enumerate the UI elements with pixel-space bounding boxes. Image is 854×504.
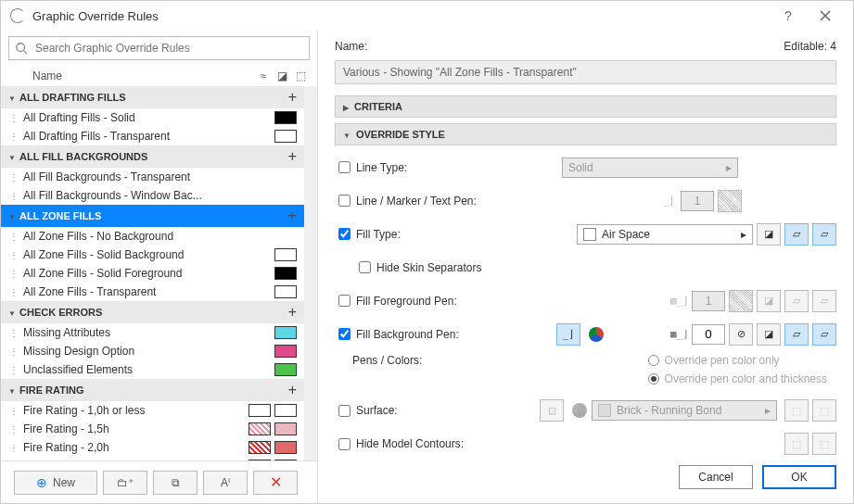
new-button[interactable]: ⊕ New: [14, 471, 97, 495]
tree-group[interactable]: ALL FILL BACKGROUNDS+: [1, 145, 304, 168]
filltype-label: Fill Type:: [356, 228, 523, 241]
fill-swatch: [583, 228, 596, 241]
surface-checkbox[interactable]: [338, 405, 351, 417]
fillfg-label: Fill Foreground Pen:: [356, 295, 523, 308]
grip-icon[interactable]: ⋮: [8, 191, 19, 201]
tree-group[interactable]: ALL ZONE FILLS+: [1, 205, 304, 227]
surface-dropdown: Brick - Running Bond ▸: [592, 400, 777, 421]
hidemodel-opt1: ⬚: [784, 433, 809, 455]
grip-icon[interactable]: ⋮: [8, 406, 19, 416]
rename-button[interactable]: Aᴵ: [203, 471, 248, 495]
help-button[interactable]: ?: [770, 1, 807, 31]
delete-icon: ✕: [270, 473, 282, 491]
tree-item[interactable]: ⋮All Drafting Fills - Solid: [1, 108, 304, 127]
hidemodel-checkbox[interactable]: [338, 438, 351, 450]
grip-icon[interactable]: ⋮: [8, 346, 19, 357]
tree-item[interactable]: ⋮Unclassified Elements: [1, 360, 304, 379]
ok-button[interactable]: OK: [762, 465, 836, 489]
tree-item[interactable]: ⋮Fire Rating - 2,0h: [1, 438, 304, 457]
tree-item[interactable]: ⋮Missing Design Option: [1, 342, 304, 360]
tree-scrollbar[interactable]: [304, 86, 317, 460]
tree-item[interactable]: ⋮All Fill Backgrounds - Transparent: [1, 168, 304, 186]
criteria-section-header[interactable]: CRITERIA: [335, 95, 836, 118]
tree-item[interactable]: ⋮Fire Rating - 1,0h or less: [1, 401, 304, 420]
fillbg-opt1[interactable]: ◪: [757, 323, 781, 346]
search-input[interactable]: [33, 41, 303, 56]
fillfg-opt1: ◪: [757, 290, 781, 312]
column-fill-icon[interactable]: ◪: [273, 69, 291, 82]
filltype-opt2[interactable]: ▱: [784, 223, 809, 246]
grip-icon[interactable]: ⋮: [8, 250, 19, 260]
grip-icon[interactable]: ⋮: [8, 172, 19, 183]
color-wheel-icon[interactable]: [584, 323, 608, 346]
linetype-checkbox[interactable]: [338, 161, 351, 173]
fillbg-opt2[interactable]: ▱: [784, 323, 809, 346]
grip-icon[interactable]: ⋮: [8, 269, 19, 279]
tree-item[interactable]: ⋮All Zone Fills - Solid Foreground: [1, 264, 304, 283]
linetype-dropdown: Solid ▸: [562, 158, 738, 178]
fillbg-transparent-button[interactable]: ⊘: [729, 323, 753, 346]
tree-item[interactable]: ⋮All Zone Fills - No Background: [1, 227, 304, 246]
fillfg-pattern: [729, 290, 753, 312]
override-section-header[interactable]: OVERRIDE STYLE: [335, 123, 836, 145]
close-button[interactable]: [807, 1, 844, 31]
window-title: Graphic Override Rules: [32, 9, 770, 23]
folder-plus-icon: 🗀⁺: [117, 476, 134, 489]
grip-icon[interactable]: ⋮: [8, 365, 19, 375]
hidemodel-opt2: ⬚: [812, 433, 836, 455]
rename-icon: Aᴵ: [221, 476, 230, 489]
add-item-icon[interactable]: +: [288, 304, 297, 321]
linepen-checkbox[interactable]: [338, 195, 351, 207]
list-header: Name ≈ ◪ ⬚: [1, 66, 317, 86]
tree-item[interactable]: ⋮Missing Attributes: [1, 323, 304, 342]
filltype-dropdown[interactable]: Air Space ▸: [577, 224, 753, 245]
grip-icon[interactable]: ⋮: [8, 443, 19, 453]
filltype-checkbox[interactable]: [338, 228, 351, 240]
plus-icon: ⊕: [36, 475, 47, 490]
surface-opt2: ⬚: [812, 399, 836, 422]
tree-item[interactable]: ⋮All Drafting Fills - Transparent: [1, 127, 304, 145]
grip-icon[interactable]: ⋮: [8, 328, 19, 338]
editable-count: Editable: 4: [784, 40, 836, 53]
column-linetype-icon[interactable]: ≈: [254, 69, 273, 82]
rule-tree[interactable]: ALL DRAFTING FILLS+⋮All Drafting Fills -…: [1, 86, 304, 460]
tree-group[interactable]: ALL DRAFTING FILLS+: [1, 86, 304, 108]
tree-group[interactable]: FIRE RATING+: [1, 379, 304, 401]
fillbg-checkbox[interactable]: [338, 328, 351, 340]
grip-icon[interactable]: ⋮: [8, 287, 19, 297]
column-surface-icon[interactable]: ⬚: [291, 69, 310, 82]
linepen-value: 1: [681, 191, 714, 211]
fillfg-value: 1: [692, 291, 725, 311]
add-item-icon[interactable]: +: [288, 89, 297, 106]
grip-icon[interactable]: ⋮: [8, 132, 19, 142]
add-item-icon[interactable]: +: [288, 382, 297, 398]
grip-icon[interactable]: ⋮: [8, 232, 19, 242]
grip-icon[interactable]: ⋮: [8, 424, 19, 435]
add-item-icon[interactable]: +: [288, 208, 297, 224]
fillfg-checkbox[interactable]: [338, 295, 351, 307]
grip-icon[interactable]: ⋮: [8, 113, 19, 123]
tree-group[interactable]: CHECK ERRORS+: [1, 301, 304, 323]
tree-item[interactable]: ⋮All Fill Backgrounds - Window Bac...: [1, 186, 304, 205]
filltype-opt1[interactable]: ◪: [757, 223, 781, 246]
search-box[interactable]: [8, 36, 310, 60]
duplicate-icon: ⧉: [172, 476, 180, 489]
tree-item[interactable]: ⋮All Zone Fills - Transparent: [1, 283, 304, 301]
tree-item[interactable]: ⋮Fire Rating - 1,5h: [1, 420, 304, 438]
add-item-icon[interactable]: +: [288, 148, 297, 165]
caret-down-icon: [8, 384, 19, 396]
delete-button[interactable]: ✕: [253, 471, 298, 495]
fillbg-value[interactable]: [692, 324, 725, 345]
filltype-opt3[interactable]: ▱: [812, 223, 836, 246]
close-icon: [820, 10, 831, 21]
penscolors-label: Pens / Colors:: [352, 354, 519, 367]
column-name[interactable]: Name: [32, 69, 254, 82]
hideskin-checkbox[interactable]: [359, 261, 371, 273]
tree-item[interactable]: ⋮All Zone Fills - Solid Background: [1, 246, 304, 264]
fillbg-opt3[interactable]: ▱: [812, 323, 836, 346]
new-button-label: New: [53, 476, 75, 489]
cancel-button[interactable]: Cancel: [679, 465, 753, 489]
duplicate-button[interactable]: ⧉: [153, 471, 198, 495]
fillbg-pen-button[interactable]: _⌋: [556, 323, 580, 346]
new-folder-button[interactable]: 🗀⁺: [103, 471, 147, 495]
